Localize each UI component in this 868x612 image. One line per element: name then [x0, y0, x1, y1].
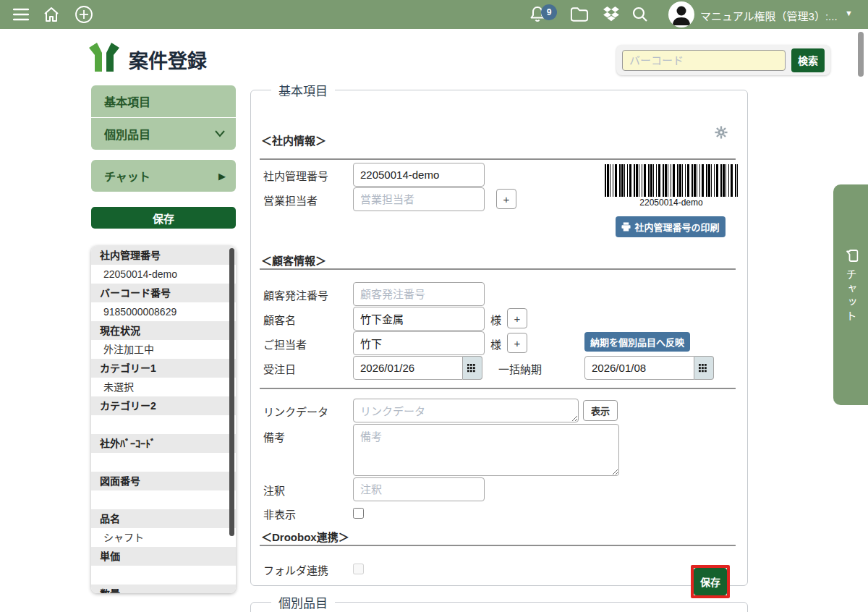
summary-field-label: バーコード番号 — [91, 284, 236, 302]
summary-field-label: 数量 — [91, 585, 236, 593]
barcode-search-widget: 検索 — [616, 45, 830, 75]
user-avatar[interactable] — [668, 1, 694, 27]
chevron-right-icon: ▶ — [218, 171, 226, 182]
summary-field-value — [91, 490, 236, 509]
eigyo-label: 営業担当者 — [263, 192, 318, 208]
summary-field-label: カテゴリー2 — [91, 396, 236, 415]
barcode-caption: 22050014-demo — [605, 197, 738, 208]
top-bar: 9 マニュアル権限（管理3）:... ▼ — [0, 0, 868, 29]
show-link-button[interactable]: 表示 — [583, 400, 618, 421]
kanri-input[interactable] — [353, 163, 485, 187]
summary-field-label: 図面番号 — [91, 472, 236, 490]
chat-bubble-icon — [843, 250, 859, 263]
barcode-bars — [605, 164, 738, 197]
sidebar-item-chat-label: チャット — [104, 167, 150, 184]
search-icon[interactable] — [631, 5, 650, 24]
calendar-icon[interactable] — [463, 356, 482, 380]
dropbox-icon[interactable] — [602, 5, 621, 24]
customer-section-heading: ＜顧客情報＞ — [261, 252, 326, 268]
chushaku-input[interactable] — [353, 477, 485, 501]
add-eigyo-button[interactable]: + — [496, 189, 516, 209]
chat-side-tab-label: チャット — [843, 269, 859, 324]
divider — [260, 545, 736, 546]
reflect-due-button[interactable]: 納期を個別品目へ反映 — [584, 332, 690, 352]
printer-icon — [621, 222, 631, 231]
user-menu-label[interactable]: マニュアル権限（管理3）:... — [700, 8, 838, 23]
kanri-label: 社内管理番号 — [263, 168, 328, 183]
summary-field-value — [91, 566, 236, 585]
home-icon[interactable] — [42, 5, 61, 24]
add-customer-button[interactable]: + — [507, 308, 527, 328]
droobox-section-heading: ＜Droobox連携＞ — [261, 529, 349, 544]
folder-link-checkbox[interactable] — [353, 564, 364, 574]
page-scrollbar[interactable] — [858, 32, 864, 77]
divider — [260, 268, 736, 270]
sidebar-save-button[interactable]: 保存 — [91, 207, 236, 229]
batch-due-label: 一括納期 — [498, 361, 542, 376]
hidden-label: 非表示 — [263, 506, 296, 522]
add-icon[interactable] — [75, 5, 93, 24]
summary-field-label: 社内管理番号 — [91, 246, 236, 265]
order-date-input[interactable] — [353, 356, 463, 380]
add-contact-button[interactable]: + — [507, 333, 527, 353]
chevron-down-icon[interactable]: ▼ — [845, 9, 853, 17]
internal-section-heading: ＜社内情報＞ — [261, 132, 326, 148]
calendar-icon[interactable] — [694, 356, 714, 380]
hidden-checkbox[interactable] — [353, 508, 364, 519]
chat-side-tab[interactable]: チャット — [833, 184, 868, 405]
print-kanri-button[interactable]: 社内管理番号の印刷 — [616, 216, 726, 237]
contact-label: ご担当者 — [263, 336, 307, 352]
items-form-legend: 個別品目 — [271, 593, 335, 611]
summary-field-label: 単価 — [91, 547, 236, 566]
sidebar-item-chat[interactable]: チャット ▶ — [91, 160, 236, 192]
chevron-down-icon — [214, 127, 226, 140]
summary-list: 社内管理番号22050014-demoバーコード番号9185000008629現… — [91, 246, 236, 593]
items-form: 個別品目 — [250, 593, 748, 612]
link-data-input[interactable] — [353, 399, 579, 422]
barcode-image: 22050014-demo — [605, 164, 738, 208]
sama-suffix: 様 — [490, 336, 501, 352]
biko-label: 備考 — [263, 429, 285, 444]
order-date-group — [353, 356, 482, 380]
sidebar-item-basic[interactable]: 基本項目 — [91, 85, 236, 117]
order-no-input[interactable] — [353, 282, 485, 306]
summary-field-value: 外注加工中 — [91, 340, 236, 359]
divider — [260, 158, 736, 160]
summary-field-value: 22050014-demo — [91, 265, 236, 284]
summary-field-value — [91, 415, 236, 434]
contact-input[interactable] — [353, 331, 485, 355]
page-title: 案件登録 — [129, 46, 207, 74]
barcode-search-input[interactable] — [622, 50, 786, 71]
summary-scrollbar[interactable] — [229, 248, 234, 536]
summary-field-label: 現在状況 — [91, 321, 236, 340]
sidebar-item-items-label: 個別品目 — [104, 125, 150, 143]
sama-suffix: 様 — [490, 312, 501, 327]
app-logo — [87, 41, 122, 73]
basic-form-legend: 基本項目 — [271, 81, 335, 99]
gear-icon[interactable] — [715, 126, 728, 142]
link-data-label: リンクデータ — [263, 404, 328, 419]
folder-icon[interactable] — [570, 5, 589, 24]
summary-field-value — [91, 453, 236, 472]
order-date-label: 受注日 — [263, 361, 296, 376]
sidebar-item-items[interactable]: 個別品目 — [91, 118, 236, 150]
summary-rows: 社内管理番号22050014-demoバーコード番号9185000008629現… — [91, 246, 236, 593]
summary-field-label: 品名 — [91, 509, 236, 528]
search-button[interactable]: 検索 — [791, 48, 825, 72]
sidebar-item-basic-label: 基本項目 — [104, 93, 150, 110]
customer-name-input[interactable] — [353, 307, 485, 331]
summary-field-value: 未選択 — [91, 378, 236, 396]
summary-field-label: 社外ﾊﾞｰｺｰﾄﾞ — [91, 434, 236, 453]
form-save-button[interactable]: 保存 — [694, 568, 727, 595]
batch-due-group — [584, 356, 714, 380]
batch-due-input[interactable] — [584, 356, 694, 380]
menu-icon[interactable] — [12, 5, 30, 24]
summary-field-value: 9185000008629 — [91, 302, 236, 321]
notification-badge: 9 — [541, 4, 557, 20]
eigyo-input[interactable] — [353, 187, 485, 211]
print-kanri-label: 社内管理番号の印刷 — [634, 220, 719, 234]
divider — [260, 388, 736, 389]
biko-textarea[interactable] — [353, 424, 619, 476]
folder-link-label: フォルダ連携 — [263, 562, 328, 577]
chushaku-label: 注釈 — [263, 483, 285, 498]
